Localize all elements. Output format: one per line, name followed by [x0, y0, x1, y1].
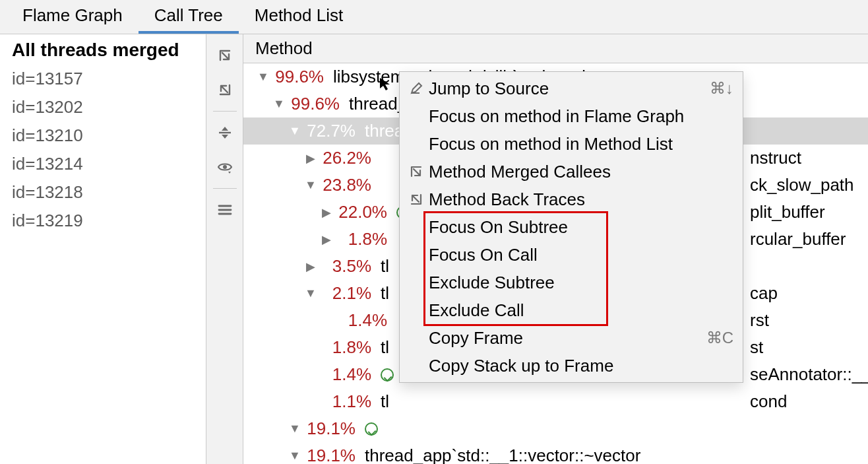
thread-item[interactable]: id=13214	[12, 150, 199, 178]
menu-item-label: Method Back Traces	[429, 189, 733, 210]
expand-up-icon[interactable]	[212, 77, 238, 103]
percent-value: 72.7%	[305, 121, 365, 141]
menu-item[interactable]: Focus on method in Flame Graph	[400, 102, 743, 130]
thread-item[interactable]: id=13202	[12, 93, 199, 121]
menu-item-label: Exclude Subtree	[429, 273, 733, 293]
menu-item-label: Focus on method in Flame Graph	[429, 106, 733, 127]
method-name: tl	[381, 256, 389, 277]
method-name-tail: nstruct	[750, 148, 801, 168]
chevron-right-icon[interactable]: ▶	[320, 205, 333, 220]
tool-divider	[213, 188, 237, 189]
method-name-tail: plit_buffer	[750, 202, 825, 222]
menu-shortcut: ⌘C	[706, 329, 733, 347]
threads-sidebar: All threads merged id=13157 id=13202 id=…	[0, 34, 206, 464]
method-name-tail: seAnnotator::__	[750, 364, 868, 385]
recursive-icon	[381, 368, 394, 381]
chevron-down-icon[interactable]: ▼	[304, 178, 317, 192]
tree-row[interactable]: 1.1%tlcond	[243, 388, 868, 415]
content-area: All threads merged id=13157 id=13202 id=…	[0, 34, 868, 464]
menu-item[interactable]: Exclude Subtree	[400, 269, 743, 296]
menu-item[interactable]: Focus on method in Method List	[400, 130, 743, 158]
menu-icon[interactable]	[212, 197, 238, 223]
menu-item[interactable]: Jump to Source⌘↓	[400, 75, 743, 102]
percent-value: 22.0%	[337, 202, 396, 222]
threads-title: All threads merged	[12, 40, 199, 61]
expand-down-icon[interactable]	[212, 42, 238, 69]
tree-row[interactable]: ▼19.1%thread_app`std::__1::vector::~vect…	[243, 442, 868, 464]
menu-item-label: Focus On Call	[429, 245, 733, 265]
eye-icon[interactable]	[212, 154, 238, 180]
svg-point-0	[223, 165, 227, 169]
method-name-tail: cap	[750, 283, 778, 304]
menu-item[interactable]: Copy Stack up to Frame	[400, 352, 743, 380]
thread-item[interactable]: id=13219	[12, 207, 199, 235]
toolstrip	[206, 34, 243, 464]
recursive-icon	[365, 422, 378, 436]
menu-item[interactable]: Focus On Call	[400, 241, 743, 269]
menu-item-label: Method Merged Callees	[429, 162, 733, 182]
menu-shortcut: ⌘↓	[710, 79, 733, 98]
thread-item[interactable]: id=13157	[12, 65, 199, 93]
chevron-right-icon[interactable]: ▶	[320, 232, 333, 247]
menu-item[interactable]: Copy Frame⌘C	[400, 324, 743, 352]
method-name-tail: cond	[750, 391, 787, 412]
thread-item[interactable]: id=13218	[12, 178, 199, 207]
context-menu: Jump to Source⌘↓Focus on method in Flame…	[399, 71, 743, 383]
tree-row[interactable]: ▼19.1%	[243, 415, 868, 442]
menu-item-label: Copy Stack up to Frame	[429, 356, 733, 376]
menu-item-label: Copy Frame	[429, 328, 706, 348]
menu-item-label: Focus On Subtree	[429, 217, 733, 238]
method-name-tail: ck_slow_path	[750, 175, 854, 195]
percent-value: 1.8%	[337, 229, 396, 249]
chevron-down-icon[interactable]: ▼	[272, 97, 286, 111]
tree-panel: Method ▼99.6%libsystem_pthread.dylib`_pt…	[243, 34, 868, 464]
method-name: tl	[381, 391, 389, 412]
collapse-icon[interactable]	[212, 119, 238, 146]
tabs-bar: Flame Graph Call Tree Method List	[0, 0, 868, 34]
percent-value: 99.6%	[290, 94, 349, 114]
method-name-tail: rst	[750, 310, 769, 331]
chevron-down-icon[interactable]: ▼	[257, 70, 270, 84]
chevron-down-icon[interactable]: ▼	[288, 422, 301, 436]
tab-method-list[interactable]: Method List	[239, 0, 359, 34]
menu-item-label: Focus on method in Method List	[429, 134, 733, 154]
menu-item[interactable]: Method Back Traces	[400, 185, 743, 213]
method-name: tl	[381, 337, 389, 358]
arrow-down-right-icon	[406, 166, 426, 178]
percent-value: 1.1%	[321, 391, 381, 412]
chevron-down-icon[interactable]: ▼	[288, 124, 301, 138]
percent-value: 1.4%	[337, 310, 396, 331]
chevron-down-icon[interactable]: ▼	[288, 449, 301, 463]
arrow-up-left-icon	[406, 193, 426, 205]
method-name: thread_app`std::__1::vector::~vector	[365, 446, 640, 464]
tool-divider	[213, 111, 237, 112]
percent-value: 1.4%	[321, 364, 381, 385]
menu-item-label: Jump to Source	[429, 79, 710, 99]
chevron-right-icon[interactable]: ▶	[304, 151, 317, 166]
method-name: tl	[381, 283, 389, 304]
method-name-tail: rcular_buffer	[750, 229, 846, 249]
percent-value: 3.5%	[321, 256, 381, 277]
tab-flame-graph[interactable]: Flame Graph	[7, 0, 139, 34]
tab-call-tree[interactable]: Call Tree	[139, 0, 239, 34]
percent-value: 1.8%	[321, 337, 381, 358]
method-name-tail: st	[750, 337, 763, 358]
menu-item[interactable]: Exclude Call	[400, 296, 743, 324]
percent-value: 99.6%	[274, 67, 333, 87]
percent-value: 2.1%	[321, 283, 381, 304]
percent-value: 23.8%	[321, 175, 381, 195]
percent-value: 19.1%	[305, 446, 365, 464]
menu-item[interactable]: Method Merged Callees	[400, 158, 743, 185]
thread-item[interactable]: id=13210	[12, 121, 199, 150]
chevron-right-icon[interactable]: ▶	[304, 259, 317, 274]
chevron-down-icon[interactable]: ▼	[304, 286, 317, 300]
percent-value: 19.1%	[305, 418, 365, 439]
menu-item-label: Exclude Call	[429, 300, 733, 321]
tree-header[interactable]: Method	[243, 34, 868, 63]
pencil-icon	[406, 82, 426, 95]
menu-item[interactable]: Focus On Subtree	[400, 213, 743, 241]
percent-value: 26.2%	[321, 148, 381, 168]
